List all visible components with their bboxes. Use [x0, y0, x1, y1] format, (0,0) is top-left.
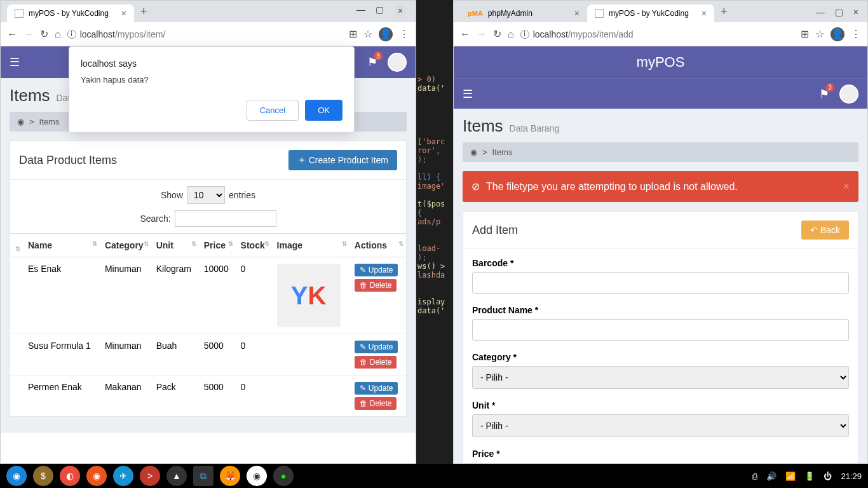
brand-title: myPOS [637, 54, 685, 71]
ok-button[interactable]: OK [305, 100, 342, 121]
cancel-button[interactable]: Cancel [247, 100, 299, 121]
update-button[interactable]: ✎ Update [355, 382, 398, 395]
avatar[interactable] [839, 85, 858, 104]
alert-close-icon[interactable]: × [843, 180, 850, 193]
code-editor-strip: > 0) data(' ['barc ror', ); ll) { image'… [416, 0, 453, 464]
reload-icon[interactable]: ↻ [493, 28, 501, 40]
create-product-button[interactable]: ＋ Create Product Item [288, 150, 397, 170]
forward-icon[interactable]: → [477, 29, 487, 40]
items-table: ⇅ Name⇅ Category⇅ Unit⇅ Price⇅ Stock⇅ Im… [10, 233, 406, 416]
tab-title: myPOS - by YukCoding [609, 9, 689, 18]
back-icon[interactable]: ← [7, 29, 17, 40]
usb-icon[interactable]: ⎙ [752, 471, 757, 481]
translate-icon[interactable]: ⊞ [801, 28, 809, 40]
notification-flag-icon[interactable]: ⚑3 [819, 87, 829, 101]
browser-tab-mypos[interactable]: myPOS - by YukCoding × [587, 4, 714, 22]
clock[interactable]: 21:29 [841, 471, 862, 481]
page-subtitle: Data Barang [510, 123, 560, 133]
col-unit: Unit⇅ [151, 234, 199, 257]
back-icon[interactable]: ← [460, 29, 470, 40]
show-label: Show [161, 190, 183, 200]
back-button[interactable]: ↶ Back [801, 220, 849, 240]
app-icon-3[interactable]: ✈ [113, 466, 133, 486]
star-icon[interactable]: ☆ [815, 28, 824, 40]
home-icon[interactable]: ⌂ [55, 29, 61, 40]
dashboard-icon[interactable]: ◉ [17, 117, 24, 126]
undo-icon: ↶ [810, 225, 818, 235]
profile-icon[interactable]: 👤 [379, 27, 393, 41]
delete-button[interactable]: 🗑 Delete [355, 279, 397, 292]
update-button[interactable]: ✎ Update [355, 264, 398, 276]
deepin-icon[interactable]: ◉ [6, 466, 27, 486]
minimize-icon[interactable]: — [356, 4, 365, 17]
forward-icon[interactable]: → [24, 29, 34, 40]
delete-button[interactable]: 🗑 Delete [355, 397, 397, 410]
maximize-icon[interactable]: ▢ [376, 4, 384, 17]
page-title: Items [10, 86, 50, 105]
translate-icon[interactable]: ⊞ [349, 28, 357, 40]
update-button[interactable]: ✎ Update [355, 341, 398, 353]
close-tab-icon[interactable]: × [121, 8, 126, 18]
breadcrumb: ◉ > Items [463, 142, 858, 162]
dialog-message: Yakin hapus data? [81, 75, 342, 85]
delete-button[interactable]: 🗑 Delete [355, 356, 397, 369]
titlebar: myPOS - by YukCoding × + — ▢ × [1, 1, 416, 22]
category-select[interactable]: - Pilih - [472, 366, 849, 389]
app-icon-2[interactable]: ◐ [60, 466, 80, 486]
cell-name: Susu Formula 1 [23, 334, 100, 376]
browser-tab-phpmyadmin[interactable]: pMA phpMyAdmin × [460, 4, 587, 22]
tab-title: phpMyAdmin [488, 9, 532, 18]
unit-select[interactable]: - Pilih - [472, 414, 849, 437]
cell-unit: Pack [151, 376, 199, 417]
cell-price: 5000 [199, 376, 236, 417]
reload-icon[interactable]: ↻ [40, 28, 48, 40]
product-name-input[interactable] [472, 319, 849, 341]
breadcrumb-item[interactable]: Items [492, 147, 513, 157]
avatar[interactable] [388, 53, 407, 72]
cell-category: Minuman [100, 334, 151, 376]
app-icon-4[interactable]: ● [273, 466, 294, 486]
vscode-icon[interactable]: ⧉ [193, 466, 214, 486]
address-bar: ← → ↻ ⌂ i localhost/mypos/item/ ⊞ ☆ 👤 ⋮ [1, 22, 416, 46]
power-icon[interactable]: ⏻ [824, 471, 832, 481]
url-input[interactable]: i localhost/mypos/item/add [520, 29, 794, 39]
page-content: Items Data Barang ◉ > Items ⊘ The filety… [454, 109, 867, 463]
dashboard-icon[interactable]: ◉ [470, 147, 477, 157]
minimize-icon[interactable]: — [816, 7, 825, 17]
notification-flag-icon[interactable]: ⚑3 [367, 55, 377, 69]
home-icon[interactable]: ⌂ [508, 29, 514, 40]
close-tab-icon[interactable]: × [702, 8, 707, 18]
cell-image [272, 376, 349, 417]
wifi-icon[interactable]: 📶 [785, 471, 796, 481]
volume-icon[interactable]: 🔊 [766, 471, 776, 481]
price-label: Price * [472, 449, 849, 459]
cell-stock: 0 [236, 257, 272, 334]
hamburger-icon[interactable]: ☰ [463, 87, 473, 101]
app-icon-1[interactable]: $ [33, 466, 53, 486]
close-window-icon[interactable]: × [853, 7, 858, 17]
ban-icon: ⊘ [471, 180, 480, 193]
new-tab-button[interactable]: + [134, 1, 154, 22]
new-tab-button[interactable]: + [714, 1, 734, 22]
firefox-icon[interactable]: 🦊 [220, 466, 240, 486]
chrome-icon[interactable]: ◉ [247, 466, 267, 486]
menu-icon[interactable]: ⋮ [851, 28, 861, 40]
close-window-icon[interactable]: × [394, 4, 407, 17]
battery-icon[interactable]: 🔋 [804, 471, 815, 481]
close-tab-icon[interactable]: × [574, 8, 580, 18]
entries-select[interactable]: 10 [187, 186, 225, 204]
menu-icon[interactable]: ⋮ [399, 28, 409, 40]
ubuntu-icon[interactable]: ◉ [86, 466, 107, 486]
terminal-icon[interactable]: > [140, 466, 160, 486]
hamburger-icon[interactable]: ☰ [10, 55, 20, 69]
browser-tab[interactable]: myPOS - by YukCoding × [7, 4, 134, 22]
url-input[interactable]: i localhost/mypos/item/ [67, 29, 342, 39]
search-input[interactable] [175, 210, 276, 227]
star-icon[interactable]: ☆ [363, 28, 372, 40]
maximize-icon[interactable]: ▢ [835, 7, 843, 17]
profile-icon[interactable]: 👤 [831, 27, 844, 41]
android-icon[interactable]: ▲ [166, 466, 187, 486]
breadcrumb-item[interactable]: Items [39, 117, 60, 126]
col-stock: Stock⇅ [236, 234, 272, 257]
barcode-input[interactable] [472, 272, 849, 294]
